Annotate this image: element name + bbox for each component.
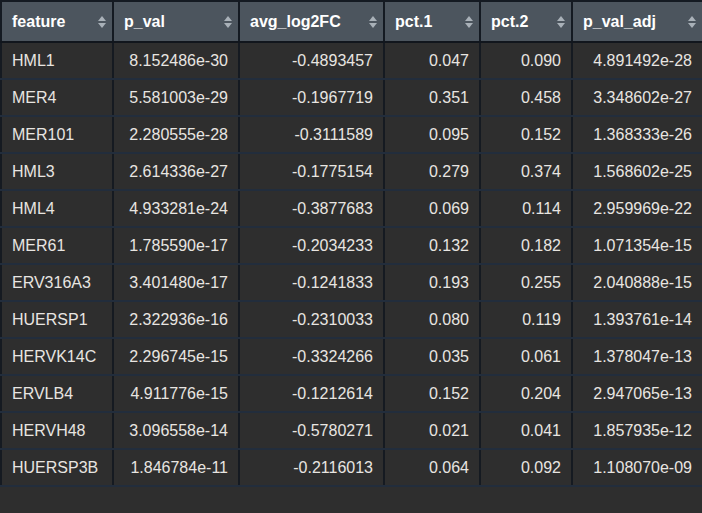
cell-avg-log2fc: -0.3111589 (239, 116, 384, 153)
cell-pct2: 0.092 (480, 449, 572, 486)
cell-pct2: 0.458 (480, 79, 572, 116)
column-label-p-val: p_val (124, 13, 165, 31)
cell-pct2: 0.114 (480, 190, 572, 227)
cell-pct1: 0.095 (384, 116, 480, 153)
column-header-p-val[interactable]: p_val (113, 1, 239, 42)
sort-icon (369, 16, 377, 28)
cell-p-val: 4.911776e-15 (113, 375, 239, 412)
cell-p-val: 2.280555e-28 (113, 116, 239, 153)
cell-p-val: 1.785590e-17 (113, 227, 239, 264)
cell-feature: HML4 (1, 190, 113, 227)
table-row[interactable]: ERV316A3 3.401480e-17 -0.1241833 0.193 0… (1, 264, 702, 301)
cell-avg-log2fc: -0.3324266 (239, 338, 384, 375)
table-row[interactable]: ERVLB4 4.911776e-15 -0.1212614 0.152 0.2… (1, 375, 702, 412)
sort-icon (557, 16, 565, 28)
cell-p-val-adj: 2.947065e-13 (572, 375, 702, 412)
cell-pct2: 0.204 (480, 375, 572, 412)
cell-pct2: 0.374 (480, 153, 572, 190)
feature-stats-table: feature p_val avg_log2FC (0, 0, 702, 487)
cell-p-val-adj: 1.108070e-09 (572, 449, 702, 486)
table-row[interactable]: HML4 4.933281e-24 -0.3877683 0.069 0.114… (1, 190, 702, 227)
cell-p-val: 2.614336e-27 (113, 153, 239, 190)
cell-pct2: 0.090 (480, 42, 572, 79)
cell-pct1: 0.021 (384, 412, 480, 449)
cell-feature: HUERSP1 (1, 301, 113, 338)
cell-avg-log2fc: -0.1967719 (239, 79, 384, 116)
table-row[interactable]: HML3 2.614336e-27 -0.1775154 0.279 0.374… (1, 153, 702, 190)
table-row[interactable]: HERVK14C 2.296745e-15 -0.3324266 0.035 0… (1, 338, 702, 375)
column-label-p-val-adj: p_val_adj (583, 13, 656, 31)
cell-pct1: 0.047 (384, 42, 480, 79)
cell-pct2: 0.152 (480, 116, 572, 153)
cell-pct1: 0.132 (384, 227, 480, 264)
cell-p-val: 1.846784e-11 (113, 449, 239, 486)
cell-feature: HML3 (1, 153, 113, 190)
cell-avg-log2fc: -0.1212614 (239, 375, 384, 412)
header-row: feature p_val avg_log2FC (1, 1, 702, 42)
cell-p-val-adj: 1.368333e-26 (572, 116, 702, 153)
cell-feature: MER101 (1, 116, 113, 153)
cell-pct2: 0.119 (480, 301, 572, 338)
cell-p-val-adj: 1.857935e-12 (572, 412, 702, 449)
column-header-pct1[interactable]: pct.1 (384, 1, 480, 42)
cell-pct1: 0.080 (384, 301, 480, 338)
sort-icon (465, 16, 473, 28)
table-row[interactable]: HUERSP3B 1.846784e-11 -0.2116013 0.064 0… (1, 449, 702, 486)
table-header: feature p_val avg_log2FC (1, 1, 702, 42)
cell-p-val-adj: 1.071354e-15 (572, 227, 702, 264)
column-label-pct2: pct.2 (491, 13, 528, 31)
cell-p-val: 2.322936e-16 (113, 301, 239, 338)
cell-p-val-adj: 1.568602e-25 (572, 153, 702, 190)
cell-pct2: 0.255 (480, 264, 572, 301)
cell-avg-log2fc: -0.3877683 (239, 190, 384, 227)
cell-feature: HML1 (1, 42, 113, 79)
cell-feature: HERVH48 (1, 412, 113, 449)
cell-avg-log2fc: -0.1775154 (239, 153, 384, 190)
column-label-feature: feature (12, 13, 65, 31)
cell-avg-log2fc: -0.2310033 (239, 301, 384, 338)
cell-pct1: 0.193 (384, 264, 480, 301)
sort-icon (224, 16, 232, 28)
table-row[interactable]: MER101 2.280555e-28 -0.3111589 0.095 0.1… (1, 116, 702, 153)
column-header-pct2[interactable]: pct.2 (480, 1, 572, 42)
column-label-avg-log2fc: avg_log2FC (250, 13, 341, 31)
column-header-feature[interactable]: feature (1, 1, 113, 42)
cell-p-val-adj: 1.393761e-14 (572, 301, 702, 338)
column-header-p-val-adj[interactable]: p_val_adj (572, 1, 702, 42)
cell-pct1: 0.152 (384, 375, 480, 412)
cell-p-val: 3.096558e-14 (113, 412, 239, 449)
table-row[interactable]: HML1 8.152486e-30 -0.4893457 0.047 0.090… (1, 42, 702, 79)
sort-icon (688, 16, 696, 28)
cell-p-val: 3.401480e-17 (113, 264, 239, 301)
data-table-container: feature p_val avg_log2FC (0, 0, 702, 513)
table-row[interactable]: MER4 5.581003e-29 -0.1967719 0.351 0.458… (1, 79, 702, 116)
cell-feature: ERVLB4 (1, 375, 113, 412)
cell-pct1: 0.035 (384, 338, 480, 375)
cell-p-val: 2.296745e-15 (113, 338, 239, 375)
cell-p-val-adj: 1.378047e-13 (572, 338, 702, 375)
cell-feature: MER61 (1, 227, 113, 264)
table-row[interactable]: HUERSP1 2.322936e-16 -0.2310033 0.080 0.… (1, 301, 702, 338)
cell-feature: HUERSP3B (1, 449, 113, 486)
cell-pct1: 0.064 (384, 449, 480, 486)
sort-icon (98, 16, 106, 28)
cell-pct2: 0.061 (480, 338, 572, 375)
cell-feature: HERVK14C (1, 338, 113, 375)
cell-pct1: 0.279 (384, 153, 480, 190)
cell-pct2: 0.041 (480, 412, 572, 449)
table-body: HML1 8.152486e-30 -0.4893457 0.047 0.090… (1, 42, 702, 486)
cell-pct1: 0.069 (384, 190, 480, 227)
cell-p-val-adj: 2.959969e-22 (572, 190, 702, 227)
cell-avg-log2fc: -0.2034233 (239, 227, 384, 264)
table-row[interactable]: HERVH48 3.096558e-14 -0.5780271 0.021 0.… (1, 412, 702, 449)
cell-avg-log2fc: -0.4893457 (239, 42, 384, 79)
cell-p-val: 4.933281e-24 (113, 190, 239, 227)
cell-avg-log2fc: -0.2116013 (239, 449, 384, 486)
cell-p-val: 8.152486e-30 (113, 42, 239, 79)
table-row[interactable]: MER61 1.785590e-17 -0.2034233 0.132 0.18… (1, 227, 702, 264)
cell-feature: ERV316A3 (1, 264, 113, 301)
column-header-avg-log2fc[interactable]: avg_log2FC (239, 1, 384, 42)
cell-feature: MER4 (1, 79, 113, 116)
column-label-pct1: pct.1 (395, 13, 432, 31)
cell-p-val-adj: 2.040888e-15 (572, 264, 702, 301)
